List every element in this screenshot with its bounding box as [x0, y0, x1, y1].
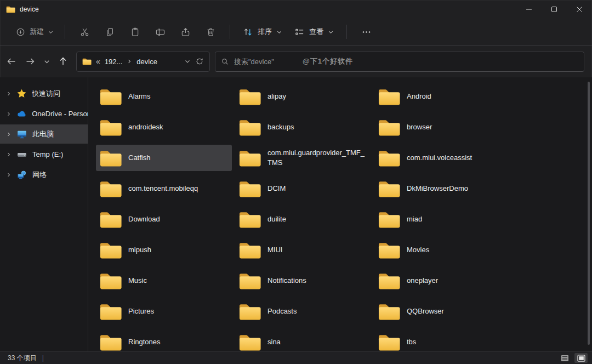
folder-name: Notifications: [267, 276, 367, 286]
folder-tile[interactable]: browser: [374, 114, 510, 140]
folder-name: alipay: [267, 92, 367, 102]
folder-tile[interactable]: MIUI: [235, 237, 371, 263]
search-input[interactable]: [234, 58, 298, 66]
folder-tile[interactable]: com.tencent.mobileqq: [96, 175, 232, 202]
sidebar-item-quick-access[interactable]: 快速访问: [0, 84, 88, 103]
delete-button[interactable]: [198, 22, 223, 42]
folder-icon: [6, 5, 15, 13]
toolbar-separator: [230, 25, 230, 39]
folder-tile[interactable]: Catfish: [96, 145, 232, 171]
folder-tile[interactable]: backups: [235, 114, 371, 140]
status-separator: |: [42, 354, 44, 362]
chevron-down-icon: [328, 29, 334, 35]
folder-tile[interactable]: tbs: [374, 329, 510, 351]
breadcrumb-root[interactable]: 192...: [105, 58, 123, 66]
network-icon: [17, 170, 27, 180]
back-button[interactable]: [2, 52, 21, 71]
sort-button-label: 排序: [258, 27, 272, 37]
folder-tile[interactable]: Alarms: [96, 83, 232, 110]
navigation-pane: 快速访问 OneDrive - Persor 此电脑: [0, 77, 88, 351]
details-view-toggle[interactable]: [558, 353, 571, 363]
folder-name: Ringtones: [128, 337, 228, 348]
maximize-button[interactable]: [542, 0, 567, 18]
folder-tile[interactable]: duilite: [235, 206, 371, 232]
up-button[interactable]: [54, 52, 72, 71]
onedrive-cloud-icon: [17, 109, 26, 119]
folder-tile[interactable]: DCIM: [235, 175, 371, 202]
folder-name: com.tencent.mobileqq: [128, 184, 228, 194]
folder-tile[interactable]: Notifications: [235, 268, 371, 294]
folder-icon: [378, 241, 401, 259]
window-controls: [516, 0, 592, 18]
sort-button[interactable]: 排序: [237, 22, 288, 42]
rename-icon: [155, 27, 166, 37]
window-title: device: [20, 5, 39, 13]
folder-tile[interactable]: Music: [96, 268, 232, 294]
address-bar[interactable]: « 192... device: [76, 52, 210, 72]
folder-tile[interactable]: Pictures: [96, 298, 232, 325]
folder-icon: [238, 87, 261, 106]
folder-tile[interactable]: com.miui.guardprovider_TMF_TMS: [235, 145, 371, 171]
sidebar-item-onedrive[interactable]: OneDrive - Persor: [0, 104, 88, 123]
chevron-right-icon[interactable]: [6, 91, 12, 96]
folder-icon: [238, 118, 261, 136]
view-toggles: [558, 353, 588, 363]
forward-button[interactable]: [21, 52, 39, 71]
folder-tile[interactable]: mipush: [96, 237, 232, 263]
sidebar-item-temp-drive[interactable]: Temp (E:): [0, 145, 88, 164]
folder-tile[interactable]: DkMiBrowserDemo: [374, 175, 510, 202]
folder-tile[interactable]: com.miui.voiceassist: [374, 145, 510, 171]
folder-icon: [238, 302, 261, 321]
folder-icon: [378, 333, 401, 351]
folder-icon: [99, 241, 122, 259]
folder-tile[interactable]: oneplayer: [374, 268, 510, 294]
folder-icon: [238, 271, 261, 290]
folder-icon: [238, 149, 261, 167]
folder-tile[interactable]: sina: [235, 329, 371, 351]
close-button[interactable]: [567, 0, 592, 18]
folder-tile[interactable]: androidesk: [96, 114, 232, 140]
chevron-right-icon[interactable]: [6, 172, 12, 178]
explorer-body: 快速访问 OneDrive - Persor 此电脑: [0, 77, 592, 351]
more-options-button[interactable]: [354, 22, 379, 42]
watermark-text: @下1个好软件: [303, 56, 353, 66]
folder-tile[interactable]: Ringtones: [96, 329, 232, 351]
breadcrumb-collapsed[interactable]: «: [96, 57, 100, 66]
sidebar-item-this-pc[interactable]: 此电脑: [0, 124, 88, 144]
chevron-right-icon[interactable]: [6, 132, 12, 137]
sidebar-item-network[interactable]: 网络: [0, 165, 88, 184]
view-button[interactable]: 查看: [288, 22, 340, 42]
copy-button[interactable]: [97, 22, 122, 42]
folder-icon: [238, 241, 261, 259]
paste-button[interactable]: [122, 22, 147, 42]
chevron-right-icon[interactable]: [6, 111, 12, 117]
refresh-icon[interactable]: [195, 57, 204, 66]
breadcrumb-current[interactable]: device: [136, 58, 157, 66]
folder-tile[interactable]: Download: [96, 206, 232, 232]
view-button-label: 查看: [309, 27, 323, 37]
rename-button[interactable]: [147, 22, 173, 42]
folder-tile[interactable]: Android: [374, 83, 510, 110]
address-dropdown-chevron-icon[interactable]: [184, 58, 191, 65]
title-bar: device: [0, 0, 592, 18]
share-button[interactable]: [173, 22, 198, 42]
thumbnail-view-toggle[interactable]: [574, 353, 588, 363]
folder-tile[interactable]: QQBrowser: [374, 298, 510, 325]
chevron-down-icon: [276, 29, 282, 35]
vertical-scrollbar[interactable]: [588, 82, 590, 345]
arrow-left-icon: [6, 56, 17, 67]
cut-button[interactable]: [72, 22, 97, 42]
folder-tile[interactable]: Movies: [374, 237, 510, 263]
chevron-down-icon: [48, 29, 54, 35]
file-explorer-window: device 新建: [0, 0, 592, 364]
minimize-button[interactable]: [516, 0, 542, 18]
search-box[interactable]: @下1个好软件: [215, 52, 584, 72]
chevron-right-icon[interactable]: [6, 152, 12, 157]
recent-locations-button[interactable]: [39, 52, 54, 71]
folder-name: com.miui.guardprovider_TMF_TMS: [267, 148, 367, 168]
folder-tile[interactable]: alipay: [235, 83, 371, 110]
new-button[interactable]: 新建: [11, 22, 58, 42]
folder-tile[interactable]: miad: [374, 206, 510, 232]
sidebar-item-label: 此电脑: [32, 129, 54, 139]
folder-tile[interactable]: Podcasts: [235, 298, 371, 325]
